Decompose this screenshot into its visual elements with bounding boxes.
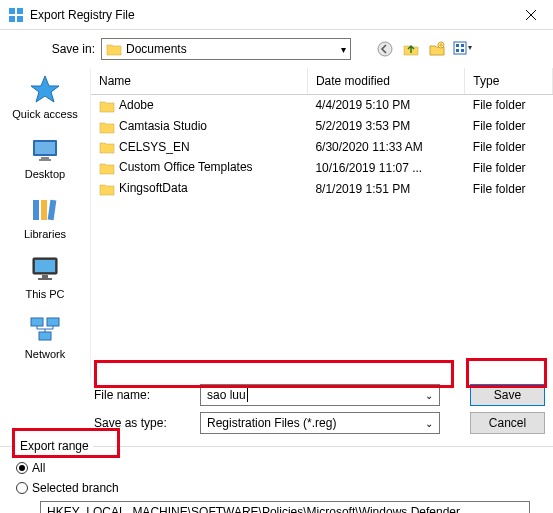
savein-label: Save in: xyxy=(40,42,95,56)
svg-rect-9 xyxy=(456,49,459,52)
row-date: 5/2/2019 3:53 PM xyxy=(307,116,464,137)
savein-combo[interactable]: Documents ▾ xyxy=(101,38,351,60)
chevron-down-icon[interactable]: ⌄ xyxy=(425,390,433,401)
main-area: Quick access Desktop Libraries This PC N… xyxy=(0,68,553,378)
branch-path-input[interactable]: HKEY_LOCAL_MACHINE\SOFTWARE\Policies\Mic… xyxy=(40,501,530,513)
export-legend: Export range xyxy=(16,439,93,453)
row-name: Camtasia Studio xyxy=(119,119,207,133)
folder-icon xyxy=(99,140,115,154)
svg-rect-25 xyxy=(39,332,51,340)
row-name: KingsoftData xyxy=(119,181,188,195)
table-row[interactable]: CELSYS_EN6/30/2020 11:33 AMFile folder xyxy=(91,137,553,158)
folder-icon xyxy=(99,99,115,113)
bottom-fields: File name: sao luu ⌄ Save Save as type: … xyxy=(0,378,553,446)
table-row[interactable]: Adobe4/4/2019 5:10 PMFile folder xyxy=(91,95,553,116)
col-date[interactable]: Date modified xyxy=(307,68,464,95)
place-label: Quick access xyxy=(12,108,77,120)
titlebar: Export Registry File xyxy=(0,0,553,30)
svg-rect-6 xyxy=(454,42,466,54)
filename-label: File name: xyxy=(94,388,194,402)
row-date: 10/16/2019 11:07 ... xyxy=(307,157,464,178)
chevron-down-icon: ▾ xyxy=(341,44,346,55)
text-cursor xyxy=(247,388,248,402)
window-title: Export Registry File xyxy=(30,8,508,22)
close-button[interactable] xyxy=(508,0,553,30)
row-name: CELSYS_EN xyxy=(119,140,190,154)
radio-selected[interactable] xyxy=(16,482,28,494)
radio-selected-row[interactable]: Selected branch xyxy=(16,481,537,495)
place-libraries[interactable]: Libraries xyxy=(0,194,90,240)
up-button[interactable] xyxy=(401,39,421,59)
svg-rect-13 xyxy=(35,142,55,154)
folder-icon xyxy=(99,161,115,175)
saveastype-label: Save as type: xyxy=(94,416,194,430)
table-row[interactable]: Camtasia Studio5/2/2019 3:53 PMFile fold… xyxy=(91,116,553,137)
place-quickaccess[interactable]: Quick access xyxy=(0,74,90,120)
folder-icon xyxy=(99,182,115,196)
places-bar: Quick access Desktop Libraries This PC N… xyxy=(0,68,90,378)
svg-rect-2 xyxy=(9,16,15,22)
place-thispc[interactable]: This PC xyxy=(0,254,90,300)
row-type: File folder xyxy=(465,178,553,199)
svg-point-4 xyxy=(378,42,392,56)
network-icon xyxy=(29,314,61,346)
svg-rect-10 xyxy=(461,49,464,52)
folder-icon xyxy=(99,120,115,134)
row-type: File folder xyxy=(465,116,553,137)
svg-rect-22 xyxy=(38,278,52,280)
radio-selected-label: Selected branch xyxy=(32,481,119,495)
savein-row: Save in: Documents ▾ xyxy=(0,30,553,68)
svg-rect-23 xyxy=(31,318,43,326)
place-desktop[interactable]: Desktop xyxy=(0,134,90,180)
saveastype-combo[interactable]: Registration Files (*.reg) ⌄ xyxy=(200,412,440,434)
filename-value: sao luu xyxy=(207,388,246,402)
row-date: 6/30/2020 11:33 AM xyxy=(307,137,464,158)
svg-rect-3 xyxy=(17,16,23,22)
svg-rect-20 xyxy=(35,260,55,272)
svg-rect-17 xyxy=(41,200,47,220)
place-network[interactable]: Network xyxy=(0,314,90,360)
radio-all-row[interactable]: All xyxy=(16,461,537,475)
row-name: Adobe xyxy=(119,98,154,112)
export-range-group: Export range All Selected branch HKEY_LO… xyxy=(0,446,553,513)
row-name: Custom Office Templates xyxy=(119,160,253,174)
row-type: File folder xyxy=(465,95,553,116)
folder-icon xyxy=(106,42,122,56)
place-label: Desktop xyxy=(25,168,65,180)
row-date: 8/1/2019 1:51 PM xyxy=(307,178,464,199)
svg-rect-0 xyxy=(9,8,15,14)
chevron-down-icon[interactable]: ⌄ xyxy=(425,418,433,429)
radio-all-label: All xyxy=(32,461,45,475)
col-name[interactable]: Name xyxy=(91,68,307,95)
libraries-icon xyxy=(29,194,61,226)
filename-input[interactable]: sao luu ⌄ xyxy=(200,384,440,406)
new-folder-button[interactable] xyxy=(427,39,447,59)
svg-rect-8 xyxy=(461,44,464,47)
cancel-button[interactable]: Cancel xyxy=(470,412,545,434)
table-row[interactable]: KingsoftData8/1/2019 1:51 PMFile folder xyxy=(91,178,553,199)
savein-value: Documents xyxy=(126,42,341,56)
svg-rect-18 xyxy=(48,200,57,221)
svg-marker-11 xyxy=(31,76,59,102)
back-button[interactable] xyxy=(375,39,395,59)
col-type[interactable]: Type xyxy=(465,68,553,95)
svg-rect-15 xyxy=(39,159,51,161)
place-label: Libraries xyxy=(24,228,66,240)
svg-rect-24 xyxy=(47,318,59,326)
place-label: This PC xyxy=(25,288,64,300)
save-button[interactable]: Save xyxy=(470,384,545,406)
row-type: File folder xyxy=(465,157,553,178)
svg-rect-14 xyxy=(41,157,49,159)
row-date: 4/4/2019 5:10 PM xyxy=(307,95,464,116)
saveastype-value: Registration Files (*.reg) xyxy=(207,416,336,430)
nav-toolbar xyxy=(375,39,473,59)
radio-all[interactable] xyxy=(16,462,28,474)
table-row[interactable]: Custom Office Templates10/16/2019 11:07 … xyxy=(91,157,553,178)
svg-rect-1 xyxy=(17,8,23,14)
view-menu-button[interactable] xyxy=(453,39,473,59)
desktop-icon xyxy=(29,134,61,166)
quickaccess-icon xyxy=(29,74,61,106)
file-list[interactable]: Name Date modified Type Adobe4/4/2019 5:… xyxy=(90,68,553,378)
svg-rect-7 xyxy=(456,44,459,47)
regedit-icon xyxy=(8,7,24,23)
